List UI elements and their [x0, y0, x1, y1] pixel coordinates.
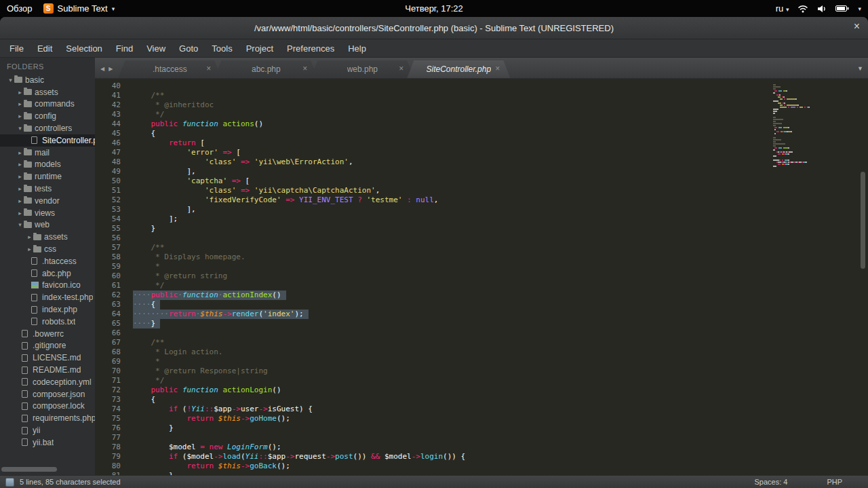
close-icon[interactable]: ×	[302, 64, 307, 73]
menu-file[interactable]: File	[3, 41, 31, 56]
code-line-67[interactable]: /**	[133, 338, 766, 348]
window-close-button[interactable]: ×	[854, 21, 860, 32]
volume-icon[interactable]	[817, 5, 827, 13]
tree-item-README.md[interactable]: README.md	[0, 364, 95, 376]
syntax-setting[interactable]: PHP	[827, 478, 842, 486]
editor[interactable]: 4041424344454647484950515253545556575859…	[95, 79, 868, 475]
tree-item-basic[interactable]: ▾basic	[0, 74, 95, 86]
code-line-44[interactable]: public function actions()	[133, 119, 766, 129]
chevron-right-icon[interactable]: ▸	[16, 149, 24, 156]
tree-item-composer.lock[interactable]: composer.lock	[0, 400, 95, 413]
chevron-right-icon[interactable]: ▸	[16, 185, 24, 192]
clock[interactable]: Четверг, 17:22	[0, 3, 868, 14]
app-menu[interactable]: S Sublime Text ▾	[43, 3, 115, 14]
status-icon[interactable]	[5, 478, 14, 487]
code-line-52[interactable]: 'fixedVerifyCode' => YII_ENV_TEST ? 'tes…	[133, 195, 766, 205]
chevron-right-icon[interactable]: ▸	[16, 173, 24, 180]
sidebar-hscrollbar[interactable]	[1, 467, 57, 472]
tab-sitecontroller-php[interactable]: SiteController.php ×	[407, 60, 510, 78]
menu-help[interactable]: Help	[341, 41, 373, 56]
code-area[interactable]: /** * @inheritdoc */ public function act…	[133, 81, 766, 475]
code-line-54[interactable]: ];	[133, 214, 766, 224]
menu-goto[interactable]: Goto	[172, 41, 205, 56]
tree-item-web[interactable]: ▾web	[0, 219, 95, 231]
menu-selection[interactable]: Selection	[59, 41, 108, 56]
tree-item-index.php[interactable]: index.php	[0, 303, 95, 316]
battery-icon[interactable]	[835, 5, 849, 12]
tree-item-vendor[interactable]: ▸vendor	[0, 195, 95, 207]
tab-web-php[interactable]: web.php ×	[311, 60, 414, 78]
code-line-41[interactable]: /**	[133, 91, 766, 100]
tree-item-runtime[interactable]: ▸runtime	[0, 170, 95, 183]
close-icon[interactable]: ×	[206, 64, 211, 73]
code-line-66[interactable]	[133, 329, 766, 338]
menu-view[interactable]: View	[140, 41, 172, 56]
tree-item-tests[interactable]: ▸tests	[0, 183, 95, 195]
chevron-down-icon[interactable]: ▾	[16, 125, 24, 132]
chevron-right-icon[interactable]: ▸	[16, 198, 24, 204]
minimap[interactable]	[773, 82, 841, 168]
chevron-right-icon[interactable]: ▸	[16, 210, 24, 217]
tree-item-abc.php[interactable]: abc.php	[0, 267, 95, 280]
code-line-47[interactable]: 'error' => [	[133, 148, 766, 157]
tree-item-LICENSE.md[interactable]: LICENSE.md	[0, 352, 95, 364]
chevron-right-icon[interactable]: ▸	[16, 100, 24, 107]
tab-abc-php[interactable]: abc.php ×	[214, 60, 317, 78]
tree-item-controllers[interactable]: ▾controllers	[0, 122, 95, 134]
code-line-77[interactable]	[133, 433, 766, 443]
titlebar[interactable]: /var/www/html/basic/controllers/SiteCont…	[0, 17, 868, 39]
tree-item-mail[interactable]: ▸mail	[0, 147, 95, 159]
tree-item-yii.bat[interactable]: yii.bat	[0, 436, 95, 449]
tree-item-composer.json[interactable]: composer.json	[0, 388, 95, 400]
code-line-48[interactable]: 'class' => 'yii\web\ErrorAction',	[133, 157, 766, 167]
tree-item-.gitignore[interactable]: .gitignore	[0, 340, 95, 352]
tree-item-codeception.yml[interactable]: codeception.yml	[0, 376, 95, 388]
chevron-right-icon[interactable]: ▸	[26, 233, 33, 240]
tree-item-.htaccess[interactable]: .htaccess	[0, 255, 95, 267]
activities-button[interactable]: Обзор	[7, 3, 33, 14]
code-line-43[interactable]: */	[133, 110, 766, 119]
keyboard-layout-indicator[interactable]: ru ▾	[776, 3, 789, 14]
menu-find[interactable]: Find	[109, 41, 140, 56]
tree-item-views[interactable]: ▸views	[0, 207, 95, 219]
code-line-81[interactable]: }	[133, 471, 766, 475]
tree-item-assets[interactable]: ▸assets	[0, 86, 95, 98]
code-line-70[interactable]: * @return Response|string	[133, 367, 766, 376]
code-line-75[interactable]: return $this->goHome();	[133, 414, 766, 424]
code-line-42[interactable]: * @inheritdoc	[133, 100, 766, 110]
tree-item-.bowerrc[interactable]: .bowerrc	[0, 328, 95, 340]
code-line-59[interactable]: *	[133, 262, 766, 271]
close-icon[interactable]: ×	[399, 64, 403, 73]
chevron-down-icon[interactable]: ▾	[7, 77, 14, 83]
code-line-57[interactable]: /**	[133, 243, 766, 252]
code-line-68[interactable]: * Login action.	[133, 348, 766, 357]
code-line-61[interactable]: */	[133, 281, 766, 290]
wifi-icon[interactable]	[797, 5, 808, 13]
menu-edit[interactable]: Edit	[31, 41, 59, 56]
chevron-right-icon[interactable]: ▸	[16, 161, 24, 168]
code-line-62[interactable]: ····public·function·actionIndex()	[133, 290, 766, 300]
code-line-58[interactable]: * Displays homepage.	[133, 252, 766, 262]
chevron-down-icon[interactable]: ▾	[16, 221, 24, 228]
code-line-64[interactable]: ········return·$this->render('index');	[133, 309, 766, 319]
tree-item-favicon.ico[interactable]: favicon.ico	[0, 280, 95, 292]
tab-htaccess[interactable]: .htaccess ×	[118, 60, 221, 78]
history-forward-icon[interactable]: ▶	[108, 66, 113, 72]
code-line-50[interactable]: 'captcha' => [	[133, 176, 766, 186]
history-back-icon[interactable]: ◀	[100, 66, 104, 72]
code-line-53[interactable]: ],	[133, 205, 766, 214]
code-line-80[interactable]: return $this->goBack();	[133, 462, 766, 471]
code-line-65[interactable]: ····}	[133, 319, 766, 329]
menu-tools[interactable]: Tools	[205, 41, 239, 56]
indent-setting[interactable]: Spaces: 4	[754, 478, 787, 486]
chevron-right-icon[interactable]: ▸	[16, 89, 24, 96]
system-menu-chevron-icon[interactable]: ▾	[858, 5, 861, 12]
code-line-72[interactable]: public function actionLogin()	[133, 386, 766, 395]
tree-item-yii[interactable]: yii	[0, 424, 95, 436]
chevron-right-icon[interactable]: ▸	[26, 246, 33, 252]
code-line-51[interactable]: 'class' => 'yii\captcha\CaptchaAction',	[133, 186, 766, 195]
tree-item-robots.txt[interactable]: robots.txt	[0, 316, 95, 328]
tree-item-css[interactable]: ▸css	[0, 243, 95, 255]
chevron-right-icon[interactable]: ▸	[16, 113, 24, 119]
code-line-55[interactable]: }	[133, 224, 766, 233]
